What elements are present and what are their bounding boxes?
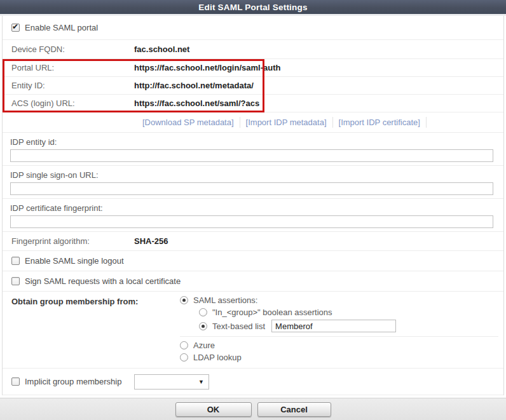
boolean-assertions-label: "In_<group>" boolean assertions: [212, 308, 332, 317]
idp-sso-url-label: IDP single sign-on URL:: [10, 170, 493, 180]
ldap-lookup-radio[interactable]: [180, 353, 188, 362]
entity-id-label: Entity ID:: [11, 81, 134, 90]
saml-assertions-label: SAML assertions:: [193, 295, 257, 305]
acs-login-url-label: ACS (login) URL:: [11, 98, 134, 108]
fingerprint-algorithm-label: Fingerprint algorithm:: [11, 236, 134, 246]
ldap-lookup-option: LDAP lookup: [180, 353, 498, 362]
dialog-titlebar: Edit SAML Portal Settings: [0, 0, 506, 14]
chevron-down-icon: ▼: [198, 379, 204, 385]
implicit-group-checkbox[interactable]: [11, 377, 20, 386]
idp-entity-id-label: IDP entity id:: [10, 137, 493, 147]
idp-entity-id-row: IDP entity id:: [3, 133, 503, 166]
ldap-lookup-label: LDAP lookup: [193, 353, 242, 362]
portal-url-value: https://fac.school.net/login/saml-auth: [134, 63, 280, 72]
idp-sso-url-row: IDP single sign-on URL:: [3, 166, 503, 199]
import-idp-certificate-link[interactable]: [Import IDP certificate]: [333, 117, 427, 128]
idp-cert-fingerprint-row: IDP certificate fingerprint:: [3, 199, 503, 232]
acs-login-url-row: ACS (login) URL: https://fac.school.net/…: [3, 95, 503, 112]
portal-url-label: Portal URL:: [11, 63, 134, 72]
fingerprint-algorithm-value: SHA-256: [134, 236, 168, 246]
implicit-group-row: Implicit group membership ▼: [3, 369, 503, 395]
enable-saml-portal-label: Enable SAML portal: [25, 23, 98, 32]
highlighted-url-section: Portal URL: https://fac.school.net/login…: [3, 59, 503, 112]
boolean-assertions-option: "In_<group>" boolean assertions: [199, 308, 498, 317]
azure-label: Azure: [193, 341, 215, 350]
dialog-footer: OK Cancel: [0, 398, 506, 420]
download-sp-metadata-link[interactable]: [Download SP metadata]: [140, 117, 240, 128]
sign-requests-row: Sign SAML requests with a local certific…: [3, 271, 503, 292]
device-fqdn-value: fac.school.net: [134, 44, 189, 54]
text-based-list-label: Text-based list: [212, 322, 265, 331]
device-fqdn-row: Device FQDN: fac.school.net: [3, 40, 503, 59]
single-logout-checkbox[interactable]: [11, 257, 20, 265]
idp-entity-id-input[interactable]: [10, 149, 493, 162]
text-based-list-radio[interactable]: [199, 322, 207, 330]
text-based-list-option: Text-based list: [199, 320, 498, 332]
sign-requests-label: Sign SAML requests with a local certific…: [25, 276, 181, 286]
idp-cert-fingerprint-input[interactable]: [10, 215, 493, 228]
saml-assertions-radio[interactable]: [180, 296, 188, 304]
saml-assertions-option: SAML assertions:: [180, 295, 498, 305]
import-idp-metadata-link[interactable]: [Import IDP metadata]: [240, 117, 333, 128]
ok-button[interactable]: OK: [175, 402, 252, 417]
metadata-links-row: [Download SP metadata] [Import IDP metad…: [3, 112, 503, 133]
options-divider: [180, 336, 498, 337]
entity-id-value: http://fac.school.net/metadata/: [134, 81, 254, 90]
portal-url-row: Portal URL: https://fac.school.net/login…: [3, 59, 503, 77]
group-membership-section: Obtain group membership from: SAML asser…: [3, 292, 503, 369]
single-logout-row: Enable SAML single logout: [3, 251, 503, 271]
group-membership-label: Obtain group membership from:: [11, 295, 180, 365]
enable-saml-portal-checkbox[interactable]: [11, 24, 20, 32]
implicit-group-label: Implicit group membership: [25, 377, 121, 386]
idp-sso-url-input[interactable]: [10, 182, 493, 195]
acs-login-url-value: https://fac.school.net/saml/?acs: [134, 98, 259, 108]
cancel-button[interactable]: Cancel: [257, 402, 331, 417]
entity-id-row: Entity ID: http://fac.school.net/metadat…: [3, 77, 503, 95]
idp-cert-fingerprint-label: IDP certificate fingerprint:: [10, 203, 493, 213]
device-fqdn-label: Device FQDN:: [11, 44, 134, 54]
saml-settings-form: Enable SAML portal Device FQDN: fac.scho…: [2, 16, 504, 395]
boolean-assertions-radio[interactable]: [199, 308, 207, 316]
implicit-group-dropdown[interactable]: ▼: [134, 374, 209, 390]
dialog-title: Edit SAML Portal Settings: [198, 3, 307, 12]
text-based-list-input[interactable]: [271, 320, 396, 332]
azure-radio[interactable]: [180, 341, 188, 349]
sign-requests-checkbox[interactable]: [11, 277, 20, 285]
group-membership-options: SAML assertions: "In_<group>" boolean as…: [180, 295, 498, 365]
azure-option: Azure: [180, 341, 498, 350]
single-logout-label: Enable SAML single logout: [25, 256, 124, 266]
fingerprint-algorithm-row: Fingerprint algorithm: SHA-256: [3, 232, 503, 251]
enable-saml-portal-row: Enable SAML portal: [3, 16, 503, 40]
